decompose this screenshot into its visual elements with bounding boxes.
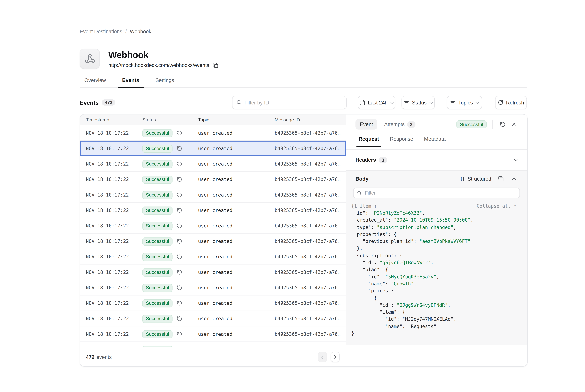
retry-icon[interactable] (177, 264, 182, 280)
row-status: Successful (142, 218, 172, 234)
json-line: "subscription": { (351, 252, 521, 259)
row-topic: user.created (198, 187, 232, 202)
row-timestamp: NOV 18 10:17:22 (86, 234, 129, 249)
row-timestamp: NOV 18 10:17:22 (86, 326, 129, 342)
detail-tab-request[interactable]: Request (358, 134, 379, 146)
webhook-url: http://mock.hookdeck.com/webhooks/events (108, 62, 209, 68)
detail-tab-response[interactable]: Response (390, 134, 413, 146)
chevron-down-icon[interactable] (514, 159, 518, 161)
collapse-all-button[interactable]: Collapse all ↑ (477, 204, 516, 209)
copy-body-icon[interactable] (497, 174, 505, 183)
table-header: TimestampStatusTopicMessage ID (80, 114, 346, 126)
table-row[interactable]: NOV 18 10:17:22Successfuluser.createdb49… (80, 234, 346, 249)
table-row[interactable]: NOV 18 10:17:22Successfuluser.createdb49… (80, 296, 346, 311)
breadcrumb-parent-link[interactable]: Event Destinations (80, 29, 122, 34)
body-filter-input[interactable] (353, 188, 520, 198)
json-line: "item": { (351, 309, 521, 316)
tab-events[interactable]: Events (118, 77, 144, 88)
row-timestamp: NOV 18 10:17:22 (86, 156, 129, 172)
column-header-status: Status (142, 114, 156, 125)
retry-icon[interactable] (177, 202, 182, 218)
table-row[interactable]: NOV 18 10:17:22Successfuluser.createdb49… (80, 311, 346, 326)
retry-icon[interactable] (177, 280, 182, 296)
tab-overview[interactable]: Overview (80, 77, 110, 88)
chevron-down-icon (390, 102, 394, 104)
retry-icon[interactable] (498, 120, 507, 129)
table-row[interactable]: NOV 18 10:17:22Successfuluser.createdb49… (80, 218, 346, 234)
json-line: "id": "5HycQYuqK3eF5a2v", (351, 273, 521, 280)
table-row[interactable]: NOV 18 10:17:22Successfuluser.createdb49… (80, 125, 346, 141)
retry-icon[interactable] (177, 296, 182, 311)
detail-tab-metadata[interactable]: Metadata (424, 134, 446, 146)
row-message-id: b4925365-b8cf-42b7-a76… (274, 202, 340, 218)
table-row[interactable]: NOV 18 10:17:22Successfuluser.createdb49… (80, 264, 346, 280)
status-filter-button[interactable]: Status (402, 96, 435, 109)
row-message-id: b4925365-b8cf-42b7-a76… (274, 264, 340, 280)
table-row[interactable]: NOV 18 10:17:22Successfuluser.createdb49… (80, 156, 346, 172)
row-message-id: b4925365-b8cf-42b7-a76… (274, 234, 340, 249)
row-status: Successful (142, 264, 172, 280)
retry-icon[interactable] (177, 218, 182, 234)
json-line: { (351, 294, 521, 302)
calendar-icon (359, 100, 365, 106)
filter-by-id-input[interactable] (232, 96, 347, 109)
row-status: Successful (142, 202, 172, 218)
table-row[interactable]: NOV 18 10:17:22Successfuluser.createdb49… (80, 141, 346, 156)
row-message-id: b4925365-b8cf-42b7-a76… (274, 311, 340, 326)
row-status: Successful (142, 172, 172, 187)
chevron-up-icon[interactable] (510, 176, 518, 181)
tab-settings[interactable]: Settings (151, 77, 179, 88)
row-message-id: b4925365-b8cf-42b7-a76… (274, 249, 340, 264)
status-badge: Successful (142, 330, 172, 338)
retry-icon[interactable] (177, 141, 182, 156)
retry-icon[interactable] (177, 125, 182, 141)
headers-section-row[interactable]: Headers 3 (346, 150, 527, 170)
retry-icon[interactable] (177, 311, 182, 326)
retry-icon[interactable] (177, 187, 182, 202)
retry-icon[interactable] (177, 172, 182, 187)
row-topic: user.created (198, 172, 232, 187)
row-topic: user.created (198, 218, 232, 234)
table-row[interactable]: NOV 18 10:17:22Successfuluser.createdb49… (80, 172, 346, 187)
table-row[interactable]: NOV 18 10:17:22Successfuluser.createdb49… (80, 326, 346, 342)
table-row[interactable]: NOV 18 10:17:22Successfuluser.createdb49… (80, 342, 346, 347)
events-heading: Events 472 (80, 96, 115, 109)
tab-event[interactable]: Event (356, 119, 377, 130)
table-row[interactable]: NOV 18 10:17:22Successfuluser.createdb49… (80, 280, 346, 296)
tab-attempts[interactable]: Attempts 3 (384, 121, 415, 128)
topics-filter-button[interactable]: Topics (447, 96, 482, 109)
headers-label: Headers (356, 157, 376, 163)
webhook-icon-card (80, 49, 100, 69)
json-items-summary[interactable]: {1 item ↑ (351, 204, 377, 209)
status-badge: Successful (142, 222, 172, 230)
retry-icon[interactable] (177, 234, 182, 249)
retry-icon[interactable] (177, 342, 182, 347)
column-header-timestamp: Timestamp (86, 114, 109, 125)
close-icon[interactable] (510, 121, 518, 128)
retry-icon[interactable] (177, 249, 182, 264)
filter-lines-icon (404, 100, 410, 106)
row-timestamp: NOV 18 10:17:22 (86, 141, 129, 156)
breadcrumb-current: Webhook (130, 29, 151, 34)
events-table: TimestampStatusTopicMessage ID NOV 18 10… (80, 114, 346, 366)
time-range-button[interactable]: Last 24h (358, 96, 395, 109)
table-row[interactable]: NOV 18 10:17:22Successfuluser.createdb49… (80, 187, 346, 202)
row-timestamp: NOV 18 10:17:22 (86, 218, 129, 234)
refresh-button[interactable]: Refresh (495, 96, 527, 109)
prev-page-button[interactable] (318, 352, 327, 362)
copy-url-icon[interactable] (213, 62, 218, 68)
json-body-viewer: "id": "P2NoRtyZoTc46X3B", "created_at": … (346, 209, 527, 345)
row-message-id: b4925365-b8cf-42b7-a76… (274, 342, 340, 347)
row-topic: user.created (198, 202, 232, 218)
retry-icon[interactable] (177, 156, 182, 172)
table-row[interactable]: NOV 18 10:17:22Successfuluser.createdb49… (80, 249, 346, 264)
retry-icon[interactable] (177, 326, 182, 342)
structured-view-toggle[interactable]: Structured (468, 176, 491, 182)
time-range-label: Last 24h (368, 100, 388, 106)
status-badge: Successful (142, 237, 172, 245)
row-status: Successful (142, 187, 172, 202)
table-row[interactable]: NOV 18 10:17:22Successfuluser.createdb49… (80, 202, 346, 218)
status-badge: Successful (142, 299, 172, 307)
next-page-button[interactable] (331, 352, 340, 362)
footer-events-label: events (96, 354, 112, 360)
